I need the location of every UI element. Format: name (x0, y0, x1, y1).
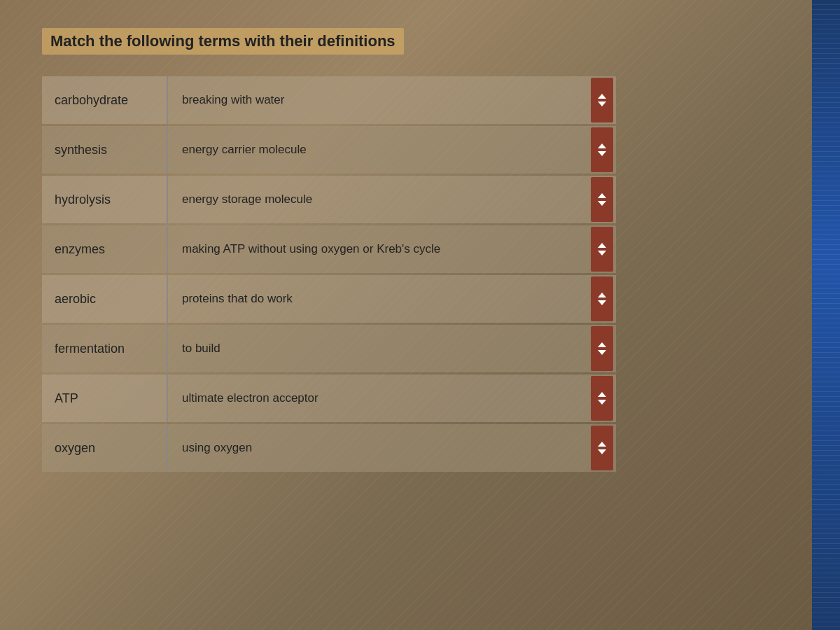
definition-cell: to build (168, 325, 591, 372)
arrow-down-icon (598, 151, 606, 156)
term-cell: oxygen (42, 424, 168, 472)
arrow-up-icon (598, 243, 606, 248)
table-row: aerobicproteins that do work (42, 275, 616, 323)
arrow-up-icon (598, 293, 606, 298)
term-cell: enzymes (42, 225, 168, 273)
arrow-down-icon (598, 201, 606, 206)
arrow-down-icon (598, 251, 606, 255)
term-cell: aerobic (42, 275, 168, 323)
table-row: carbohydratebreaking with water (42, 76, 616, 124)
spinner-cell (591, 275, 616, 323)
spinner-cell (591, 225, 616, 273)
arrow-down-icon (598, 102, 606, 106)
spinner-button-3[interactable] (591, 227, 613, 272)
definition-cell: making ATP without using oxygen or Kreb'… (168, 225, 591, 273)
term-cell: hydrolysis (42, 176, 168, 223)
arrow-down-icon (598, 300, 606, 305)
term-cell: fermentation (42, 325, 168, 372)
definition-cell: breaking with water (168, 76, 591, 124)
term-cell: carbohydrate (42, 76, 168, 124)
page-title: Match the following terms with their def… (42, 28, 404, 55)
arrow-down-icon (598, 350, 606, 355)
spinner-button-6[interactable] (591, 376, 613, 421)
term-cell: ATP (42, 374, 168, 422)
term-cell: synthesis (42, 126, 168, 174)
spinner-cell (591, 424, 616, 472)
arrow-up-icon (598, 144, 606, 148)
spinner-cell (591, 325, 616, 372)
arrow-down-icon (598, 449, 606, 454)
spinner-button-2[interactable] (591, 177, 613, 222)
main-container: Match the following terms with their def… (0, 0, 630, 502)
definition-cell: using oxygen (168, 424, 591, 472)
right-stripe-decoration (812, 0, 840, 630)
spinner-cell (591, 76, 616, 124)
table-row: enzymesmaking ATP without using oxygen o… (42, 225, 616, 273)
spinner-cell (591, 374, 616, 422)
arrow-down-icon (598, 400, 606, 405)
arrow-up-icon (598, 392, 606, 397)
spinner-cell (591, 126, 616, 174)
definition-cell: proteins that do work (168, 275, 591, 323)
matching-table: carbohydratebreaking with watersynthesis… (42, 74, 616, 474)
table-row: oxygenusing oxygen (42, 424, 616, 472)
table-row: ATPultimate electron acceptor (42, 374, 616, 422)
arrow-up-icon (598, 193, 606, 198)
table-row: synthesisenergy carrier molecule (42, 126, 616, 174)
spinner-button-4[interactable] (591, 276, 613, 321)
arrow-up-icon (598, 342, 606, 347)
spinner-button-5[interactable] (591, 326, 613, 371)
definition-cell: ultimate electron acceptor (168, 374, 591, 422)
spinner-button-0[interactable] (591, 78, 613, 122)
spinner-button-7[interactable] (591, 426, 613, 470)
arrow-up-icon (598, 94, 606, 99)
definition-cell: energy storage molecule (168, 176, 591, 223)
spinner-cell (591, 176, 616, 223)
table-row: hydrolysisenergy storage molecule (42, 176, 616, 223)
table-row: fermentationto build (42, 325, 616, 372)
spinner-button-1[interactable] (591, 127, 613, 172)
arrow-up-icon (598, 442, 606, 447)
definition-cell: energy carrier molecule (168, 126, 591, 174)
